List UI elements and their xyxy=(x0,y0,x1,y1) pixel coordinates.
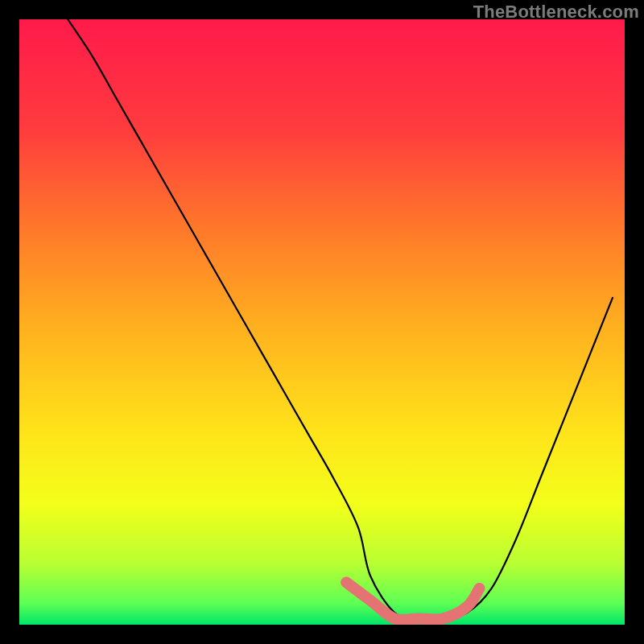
bottleneck-curve xyxy=(68,19,613,619)
chart-frame: TheBottleneck.com xyxy=(0,0,644,644)
plot-area xyxy=(19,19,625,625)
optimal-range-highlight xyxy=(346,582,479,620)
curve-layer xyxy=(19,19,625,625)
watermark-text: TheBottleneck.com xyxy=(473,2,639,23)
